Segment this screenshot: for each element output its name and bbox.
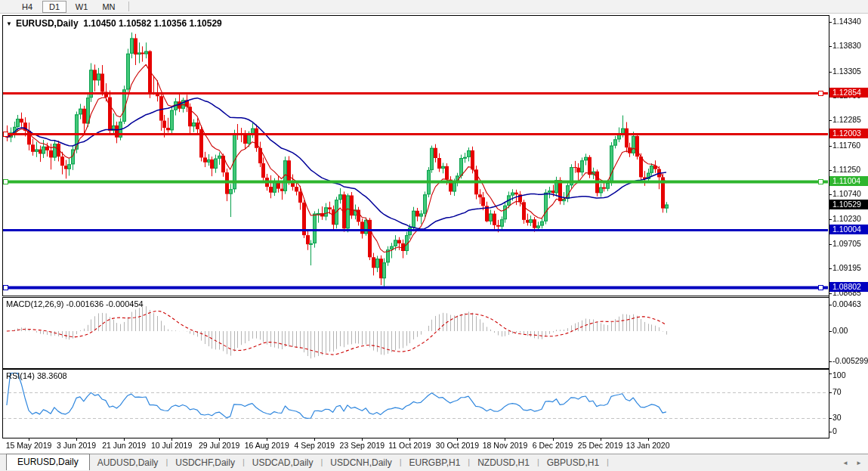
tab-usdchf-daily[interactable]: USDCHF,Daily [168, 454, 242, 468]
tab-eurgbp-h1[interactable]: EURGBP,H1 [402, 454, 468, 468]
chart-canvas[interactable] [0, 0, 868, 471]
timeframe-button-mn[interactable]: MN [97, 1, 121, 13]
tab-scroll-left-icon[interactable]: ◄ [842, 460, 848, 466]
tab-eurusd-daily[interactable]: EURUSD,Daily [6, 454, 90, 470]
timeframe-button-h4[interactable]: H4 [15, 1, 39, 13]
tab-separator: | [607, 454, 609, 466]
tab-nzdusd-h1[interactable]: NZDUSD,H1 [470, 454, 537, 468]
timeframe-toolbar: H4D1W1MN [0, 0, 868, 14]
tab-scroll-right-icon[interactable]: ► [856, 460, 862, 466]
chart-tab-bar: ◄ ► EURUSD,DailyAUDUSD,Daily|USDCHF,Dail… [0, 454, 868, 471]
tab-audusd-daily[interactable]: AUDUSD,Daily [90, 454, 166, 468]
tab-gbpusd-h1[interactable]: GBPUSD,H1 [539, 454, 607, 468]
timeframe-button-d1[interactable]: D1 [42, 1, 66, 13]
tab-usdcad-daily[interactable]: USDCAD,Daily [245, 454, 321, 468]
timeframe-button-w1[interactable]: W1 [70, 1, 94, 13]
toolbar-separator [128, 2, 129, 11]
tab-usdcnh-daily[interactable]: USDCNH,Daily [323, 454, 399, 468]
